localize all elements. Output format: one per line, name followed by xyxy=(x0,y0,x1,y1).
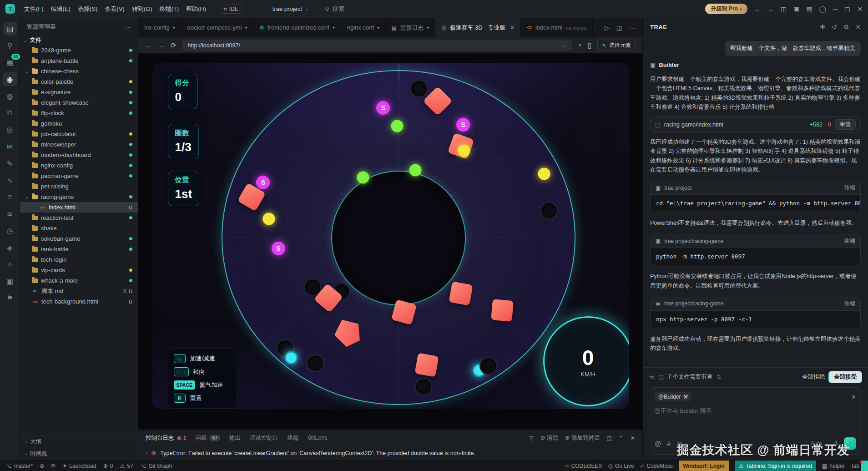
windsurf-login[interactable]: Windsurf: Login xyxy=(679,461,729,471)
apps-grid-icon[interactable]: ⊞ xyxy=(3,123,17,137)
terminal-card[interactable]: ▣trae project/racing-game终端 npx http-ser… xyxy=(650,297,861,328)
remote-indicator[interactable]: ⊘ xyxy=(40,461,44,471)
tree-item[interactable]: M↓脚本.md2, U xyxy=(20,286,138,296)
model-selector[interactable]: Auto⌄ xyxy=(811,441,828,447)
split-panel-icon[interactable]: ◫ xyxy=(606,435,612,441)
account-icon[interactable]: ◯ xyxy=(819,5,826,13)
terminal-card[interactable]: ▣trae project终端 cd "e:\trae project\raci… xyxy=(650,181,861,212)
edit-pen-icon[interactable]: ✎ xyxy=(3,157,17,170)
close-icon[interactable]: ✕ xyxy=(851,394,856,400)
review-button[interactable]: 审查 xyxy=(835,119,856,130)
tree-item[interactable]: nginx-config xyxy=(20,160,138,171)
tree-item[interactable]: elegant-showcase xyxy=(20,97,138,108)
collapse-panel-icon[interactable]: ⌃ xyxy=(619,435,623,441)
builder-chip[interactable]: @Builder⚒ xyxy=(655,392,691,401)
tree-item[interactable]: vip-cards xyxy=(20,265,138,275)
layout-sidebar-icon[interactable]: ▤ xyxy=(806,5,812,13)
tree-item[interactable]: tank-battle xyxy=(20,244,138,254)
files-icon[interactable]: ▤ xyxy=(658,374,664,380)
terminal-card[interactable]: ▣trae project/racing-game终端 python -m ht… xyxy=(650,234,861,265)
console-tab[interactable]: 输出 xyxy=(229,434,241,442)
editor-tab[interactable]: nginx.conf● xyxy=(341,18,386,37)
chat-messages[interactable]: 帮我新建一个文件，做一款赛车游戏，细节要精美 ▣ Builder 用户要求创建一… xyxy=(643,35,868,367)
menu-item-1[interactable]: 编辑(E) xyxy=(47,3,74,15)
editor-tab[interactable]: ▤更新日志● xyxy=(386,18,435,37)
console-log-row[interactable]: › ⊗ TypeError: Failed to execute 'create… xyxy=(138,446,642,460)
chat-input[interactable]: 您正在与 Builder 聊天 xyxy=(655,407,856,415)
tree-item[interactable]: <>index.htmlU xyxy=(20,202,138,213)
extensions-icon[interactable]: ▦63 xyxy=(3,56,17,69)
layout-panel-icon[interactable]: ▣ xyxy=(793,5,799,13)
open-terminal-link[interactable]: 终端 xyxy=(844,184,855,192)
sort-icon[interactable]: ⇅ xyxy=(717,374,722,380)
reject-all-button[interactable]: 全部拒绝 xyxy=(802,373,825,381)
layout-split-icon[interactable]: ◫ xyxy=(781,5,787,13)
compass-icon[interactable]: ✧ xyxy=(3,258,17,271)
split-editor-icon[interactable]: ◫ xyxy=(616,24,622,31)
open-terminal-link[interactable]: 终端 xyxy=(844,300,855,308)
browser-back-icon[interactable]: ← xyxy=(145,41,152,49)
launchpad[interactable]: ✦Launchpad xyxy=(62,461,96,471)
project-selector[interactable]: trae project⌄ xyxy=(273,5,308,12)
flag-icon[interactable]: ⚑ xyxy=(3,291,17,305)
layers-icon[interactable]: ≋ xyxy=(3,207,17,221)
git-graph[interactable]: ⌥Git Graph xyxy=(140,461,172,471)
close-panel-icon[interactable]: ✕ xyxy=(631,435,635,441)
editor-tab[interactable]: ◎极速赛车 3D - 专业版✕ xyxy=(435,18,521,37)
maximize-button[interactable]: ▢ xyxy=(844,5,850,13)
context-icon[interactable]: # xyxy=(667,440,671,447)
git-branch[interactable]: ⌥master* xyxy=(5,461,33,471)
clear-console-button[interactable]: ⊘ 清除 xyxy=(540,434,558,442)
timeline-section[interactable]: ›时间线 xyxy=(20,448,138,460)
menu-item-0[interactable]: 文件(F) xyxy=(20,3,47,15)
tree-item[interactable]: ⌄racing-game xyxy=(20,192,138,202)
tree-item[interactable]: <>tech-background.htmlU xyxy=(20,296,138,307)
editor-tab[interactable]: ⚙frontend-optimized.conf● xyxy=(253,18,341,37)
history-icon[interactable]: ↺ xyxy=(832,23,837,30)
errors-count[interactable]: ⊗0 xyxy=(103,461,113,471)
send-button[interactable]: ↑ xyxy=(844,437,856,450)
codegeex[interactable]: ‹›CODEGEEX xyxy=(565,461,602,471)
console-tab[interactable]: 调试控制台 xyxy=(250,434,278,442)
inspect-element-button[interactable]: ↖ 选择元素 xyxy=(597,40,636,51)
tree-item[interactable]: minesweeper xyxy=(20,139,138,150)
wave-icon[interactable]: ∿ xyxy=(3,173,17,187)
menu-item-5[interactable]: 终端(T) xyxy=(156,3,182,15)
browser-refresh-icon[interactable]: ⟳ xyxy=(171,41,177,50)
close-tab-icon[interactable]: ✕ xyxy=(510,25,515,31)
helper[interactable]: ▤helper xyxy=(822,461,845,471)
tree-item[interactable]: gomoku xyxy=(20,118,138,129)
device-toolbar-icon[interactable]: ▯ xyxy=(588,41,591,50)
tree-item[interactable]: airplane-battle xyxy=(20,56,138,66)
nav-forward-icon[interactable]: → xyxy=(767,5,774,13)
accept-all-button[interactable]: 全部接受 xyxy=(829,371,862,383)
console-tab[interactable]: GitLens xyxy=(308,435,328,441)
file-diff-card[interactable]: ▢ racing-game/index.html +582 -0 审查 xyxy=(650,116,861,133)
tree-item[interactable]: modern-dashboard xyxy=(20,150,138,160)
run-preview-icon[interactable]: ▷ xyxy=(605,24,610,31)
minimize-button[interactable]: ─ xyxy=(833,5,838,13)
tree-item[interactable]: sokoban-game xyxy=(20,233,138,244)
chat-input-card[interactable]: @Builder⚒ ✕ 您正在与 Builder 聊天 @ # ▦ Auto⌄ … xyxy=(649,387,862,455)
tree-item[interactable]: job-calculator xyxy=(20,129,138,139)
editor-tab[interactable]: inx-config● xyxy=(138,18,181,37)
tree-item[interactable]: shake xyxy=(20,223,138,233)
tree-item[interactable]: pacman-game xyxy=(20,171,138,181)
open-terminal-link[interactable]: 终端 xyxy=(844,237,855,245)
tree-item[interactable]: 2048-game xyxy=(20,45,138,56)
mention-icon[interactable]: @ xyxy=(655,440,661,447)
settings-gear-icon[interactable]: ⚙ xyxy=(843,23,849,30)
menu-item-6[interactable]: 帮助(H) xyxy=(182,3,210,15)
tree-item[interactable]: whack-a-mole xyxy=(20,275,138,286)
tabnine[interactable]: ⚠Tabnine: Sign-in is required xyxy=(735,461,816,471)
tree-item[interactable]: ⌄chinese-chess xyxy=(20,66,138,76)
menu-item-2[interactable]: 选择(S) xyxy=(74,3,101,15)
editor-tab[interactable]: <>index.htmlracing-ga xyxy=(521,18,593,37)
sync[interactable]: ⟳ xyxy=(51,461,56,471)
devtools-icon[interactable]: ◔ xyxy=(578,41,582,49)
browser-forward-icon[interactable]: → xyxy=(158,41,165,49)
debug-icon[interactable]: ◍ xyxy=(3,89,17,103)
more-actions-icon[interactable]: ⋯ xyxy=(126,24,131,30)
location-icon[interactable]: ◈ xyxy=(3,241,17,254)
tab-indicator[interactable]: Tab xyxy=(851,461,859,471)
